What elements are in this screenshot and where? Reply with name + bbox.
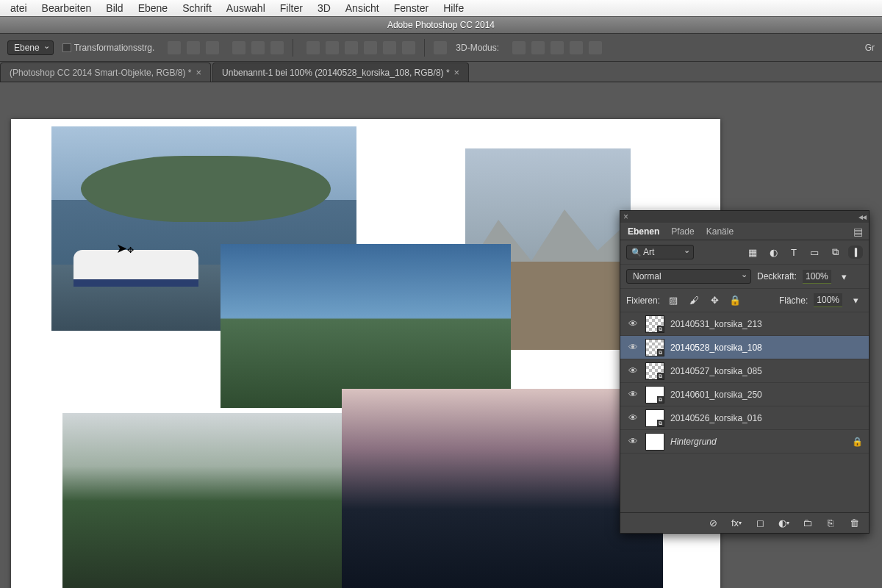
menu-item[interactable]: Ebene bbox=[131, 2, 175, 14]
close-icon[interactable]: × bbox=[454, 67, 460, 78]
distribute-bottom-icon[interactable] bbox=[345, 41, 358, 54]
align-vcenter-icon[interactable] bbox=[187, 41, 200, 54]
move-cursor-icon: ➤✥ bbox=[116, 240, 134, 257]
smartobject-badge-icon: ⧉ bbox=[657, 326, 664, 332]
distribute-left-icon[interactable] bbox=[364, 41, 377, 54]
add-mask-icon[interactable]: ◻ bbox=[753, 517, 767, 530]
menu-item[interactable]: Auswahl bbox=[219, 2, 273, 14]
panel-menu-icon[interactable]: ▤ bbox=[853, 226, 861, 237]
distribute-vcenter-icon[interactable] bbox=[326, 41, 339, 54]
layer-name[interactable]: 20140528_korsika_108 bbox=[670, 343, 762, 353]
layer-thumbnail[interactable]: ⧉ bbox=[645, 386, 664, 404]
align-left-icon[interactable] bbox=[232, 41, 245, 54]
menu-item[interactable]: Schrift bbox=[175, 2, 219, 14]
menu-item[interactable]: Fenster bbox=[387, 2, 436, 14]
layer-name[interactable]: 20140601_korsika_250 bbox=[670, 390, 762, 400]
dropdown-icon[interactable]: ▾ bbox=[848, 294, 863, 307]
layer-filter-kind[interactable]: 🔍Art bbox=[626, 245, 694, 259]
3d-roll-icon[interactable] bbox=[531, 41, 545, 54]
placed-image-dusk[interactable] bbox=[342, 389, 663, 588]
layer-name[interactable]: 20140531_korsika_213 bbox=[670, 319, 762, 329]
filter-pixel-icon[interactable]: ▦ bbox=[745, 245, 760, 259]
layer-row[interactable]: 👁Hintergrund🔒 bbox=[620, 430, 869, 453]
filter-adjust-icon[interactable]: ◐ bbox=[766, 245, 781, 259]
document-tab[interactable]: (Photoshop CC 2014 Smart-Objekte, RGB/8)… bbox=[0, 62, 211, 82]
align-right-icon[interactable] bbox=[270, 41, 284, 54]
new-layer-icon[interactable]: ⎘ bbox=[823, 517, 838, 530]
layer-fx-icon[interactable]: fx▾ bbox=[729, 517, 744, 530]
distribute-hcenter-icon[interactable] bbox=[383, 41, 396, 54]
blend-mode-select[interactable]: Normal bbox=[626, 269, 751, 284]
layer-thumbnail[interactable] bbox=[645, 433, 664, 451]
lock-position-icon[interactable]: ✥ bbox=[707, 294, 722, 307]
opacity-input[interactable]: 100% bbox=[803, 270, 831, 284]
visibility-toggle[interactable]: 👁 bbox=[626, 412, 639, 423]
3d-orbit-icon[interactable] bbox=[512, 41, 526, 54]
tab-label: (Photoshop CC 2014 Smart-Objekte, RGB/8)… bbox=[10, 68, 191, 78]
distribute-right-icon[interactable] bbox=[402, 41, 415, 54]
new-group-icon[interactable]: 🗀 bbox=[800, 517, 814, 530]
panel-header[interactable]: × ◂◂ bbox=[620, 211, 869, 223]
visibility-toggle[interactable]: 👁 bbox=[626, 365, 639, 376]
menu-item[interactable]: 3D bbox=[310, 2, 338, 14]
lock-transparent-icon[interactable]: ▨ bbox=[666, 294, 681, 307]
filter-toggle[interactable]: ⏽ bbox=[848, 245, 863, 259]
filter-smart-icon[interactable]: ⧉ bbox=[828, 245, 842, 259]
app-title: Adobe Photoshop CC 2014 bbox=[387, 20, 495, 30]
canvas[interactable] bbox=[11, 119, 720, 588]
adjustment-layer-icon[interactable]: ◐▾ bbox=[776, 517, 791, 530]
menu-item[interactable]: Hilfe bbox=[436, 2, 471, 14]
layer-thumbnail[interactable]: ⧉ bbox=[645, 315, 664, 333]
layer-row[interactable]: 👁⧉20140527_korsika_085 bbox=[620, 359, 869, 383]
close-icon[interactable]: × bbox=[196, 67, 201, 78]
layer-row[interactable]: 👁⧉20140528_korsika_108 bbox=[620, 336, 869, 359]
layer-thumbnail[interactable]: ⧉ bbox=[645, 409, 664, 427]
fill-input[interactable]: 100% bbox=[814, 293, 842, 307]
tab-paths[interactable]: Pfade bbox=[671, 226, 694, 237]
filter-shape-icon[interactable]: ▭ bbox=[807, 245, 822, 259]
move-mode-select[interactable]: Ebene bbox=[7, 40, 54, 55]
visibility-toggle[interactable]: 👁 bbox=[626, 318, 639, 329]
menu-item[interactable]: atei bbox=[3, 2, 35, 14]
dropdown-icon[interactable]: ▾ bbox=[837, 270, 852, 283]
document-tab-active[interactable]: Unbenannt-1 bei 100% (20140528_korsika_1… bbox=[212, 62, 469, 82]
menu-item[interactable]: Filter bbox=[273, 2, 310, 14]
smartobject-badge-icon: ⧉ bbox=[657, 396, 664, 403]
smartobject-badge-icon: ⧉ bbox=[657, 349, 664, 356]
placed-image-valley[interactable] bbox=[62, 413, 342, 588]
menu-item[interactable]: Bild bbox=[98, 2, 130, 14]
align-hcenter-icon[interactable] bbox=[251, 41, 265, 54]
layer-name[interactable]: Hintergrund bbox=[670, 437, 717, 447]
filter-type-icon[interactable]: T bbox=[786, 245, 801, 259]
3d-slide-icon[interactable] bbox=[570, 41, 583, 54]
align-bottom-icon[interactable] bbox=[206, 41, 219, 54]
layer-name[interactable]: 20140526_korsika_016 bbox=[670, 413, 762, 423]
show-transform-checkbox[interactable]: Transformationsstrg. bbox=[62, 43, 155, 53]
lock-pixels-icon[interactable]: 🖌 bbox=[686, 294, 701, 307]
layer-thumbnail[interactable]: ⧉ bbox=[645, 362, 664, 380]
align-top-icon[interactable] bbox=[168, 41, 181, 54]
layer-name[interactable]: 20140527_korsika_085 bbox=[670, 366, 762, 376]
placed-image-coast[interactable] bbox=[220, 244, 511, 408]
collapse-icon[interactable]: ◂◂ bbox=[858, 212, 866, 222]
visibility-toggle[interactable]: 👁 bbox=[626, 436, 639, 447]
3d-pan-icon[interactable] bbox=[551, 41, 564, 54]
distribute-top-icon[interactable] bbox=[306, 41, 320, 54]
divider bbox=[293, 39, 293, 57]
menu-item[interactable]: Ansicht bbox=[338, 2, 387, 14]
auto-align-icon[interactable] bbox=[434, 41, 447, 54]
layer-row[interactable]: 👁⧉20140601_korsika_250 bbox=[620, 383, 869, 406]
link-layers-icon[interactable]: ⊘ bbox=[706, 517, 720, 530]
tab-channels[interactable]: Kanäle bbox=[706, 226, 734, 237]
visibility-toggle[interactable]: 👁 bbox=[626, 342, 639, 353]
delete-layer-icon[interactable]: 🗑 bbox=[847, 517, 861, 530]
layer-row[interactable]: 👁⧉20140531_korsika_213 bbox=[620, 312, 869, 336]
3d-zoom-icon[interactable] bbox=[589, 41, 602, 54]
layer-row[interactable]: 👁⧉20140526_korsika_016 bbox=[620, 406, 869, 430]
menu-item[interactable]: Bearbeiten bbox=[35, 2, 99, 14]
visibility-toggle[interactable]: 👁 bbox=[626, 389, 639, 400]
layer-thumbnail[interactable]: ⧉ bbox=[645, 339, 664, 356]
close-icon[interactable]: × bbox=[623, 212, 628, 222]
tab-layers[interactable]: Ebenen bbox=[628, 226, 659, 237]
lock-all-icon[interactable]: 🔒 bbox=[728, 294, 742, 307]
